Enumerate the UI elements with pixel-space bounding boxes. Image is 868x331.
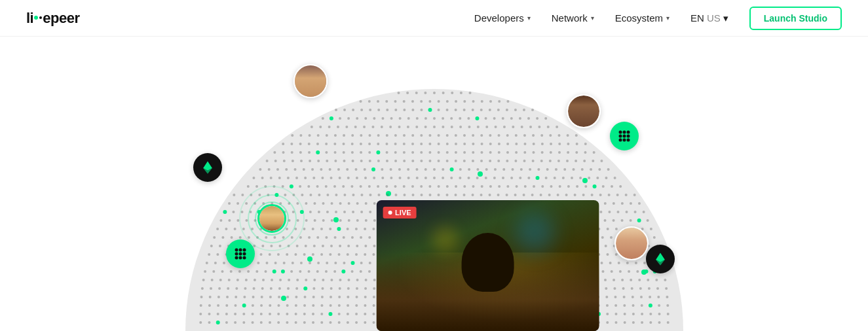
ecosystem-label: Ecosystem [615, 12, 663, 24]
avatar-active [257, 204, 286, 233]
network-label: Network [552, 12, 588, 24]
region-label: US [707, 12, 721, 24]
nav-ecosystem[interactable]: Ecosystem ▾ [615, 12, 670, 24]
svg-point-22 [619, 131, 622, 134]
video-background [376, 200, 599, 331]
grid-dots-icon-right [610, 122, 639, 150]
avatar-image-bottom-right [614, 226, 649, 260]
avatar-image-top [293, 64, 328, 98]
svg-point-16 [235, 253, 238, 256]
lang-selector[interactable]: EN US ▾ [690, 12, 728, 24]
avatar-image-right-top [567, 94, 601, 128]
ecosystem-chevron-icon: ▾ [666, 14, 670, 22]
svg-point-29 [623, 139, 626, 142]
grid-dots-icon-left [226, 239, 255, 268]
avatar-top-center [293, 64, 328, 98]
nav-network[interactable]: Network ▾ [552, 12, 594, 24]
svg-point-13 [235, 249, 238, 252]
ethereum-icon-left [193, 153, 222, 182]
logo-dot-2 [39, 16, 42, 19]
nav-developers[interactable]: Developers ▾ [474, 12, 531, 24]
svg-point-26 [623, 135, 626, 138]
svg-point-19 [235, 256, 238, 260]
svg-point-27 [627, 135, 630, 138]
logo[interactable]: li epeer [26, 10, 79, 27]
live-badge: LIVE [383, 207, 416, 218]
navbar: li epeer Developers ▾ Network ▾ Ecosyste… [0, 0, 868, 37]
logo-text-before: li [26, 10, 33, 27]
svg-point-30 [627, 139, 630, 142]
avatar-bottom-right [614, 226, 649, 260]
video-player[interactable]: LIVE [376, 200, 599, 331]
logo-text-after: epeer [43, 10, 79, 27]
svg-point-28 [619, 139, 622, 142]
svg-point-24 [627, 131, 630, 134]
svg-point-14 [239, 249, 242, 252]
logo-dot-1 [34, 16, 38, 20]
developers-label: Developers [474, 12, 524, 24]
avatar-top-right [567, 94, 601, 128]
developers-chevron-icon: ▾ [527, 14, 531, 22]
lang-chevron-icon: ▾ [723, 12, 728, 24]
network-chevron-icon: ▾ [591, 14, 594, 22]
svg-point-25 [619, 135, 622, 138]
svg-point-15 [243, 249, 246, 252]
svg-point-18 [243, 253, 246, 256]
svg-point-23 [623, 131, 626, 134]
live-indicator-dot [388, 211, 392, 215]
launch-studio-button[interactable]: Launch Studio [749, 7, 842, 30]
grid-icon-bottom-left [226, 239, 255, 268]
grid-icon-top-right [610, 122, 639, 150]
lang-label: EN [690, 12, 704, 24]
ethereum-symbol-left [193, 153, 222, 182]
nav-links: Developers ▾ Network ▾ Ecosystem ▾ EN US… [474, 7, 842, 30]
svg-point-17 [239, 253, 242, 256]
svg-point-21 [243, 256, 246, 260]
ethereum-icon-right [646, 245, 675, 273]
svg-point-20 [239, 256, 242, 260]
ethereum-symbol-right [646, 245, 675, 273]
hero-section: dots generated in JS [0, 37, 868, 331]
live-text: LIVE [395, 209, 411, 217]
